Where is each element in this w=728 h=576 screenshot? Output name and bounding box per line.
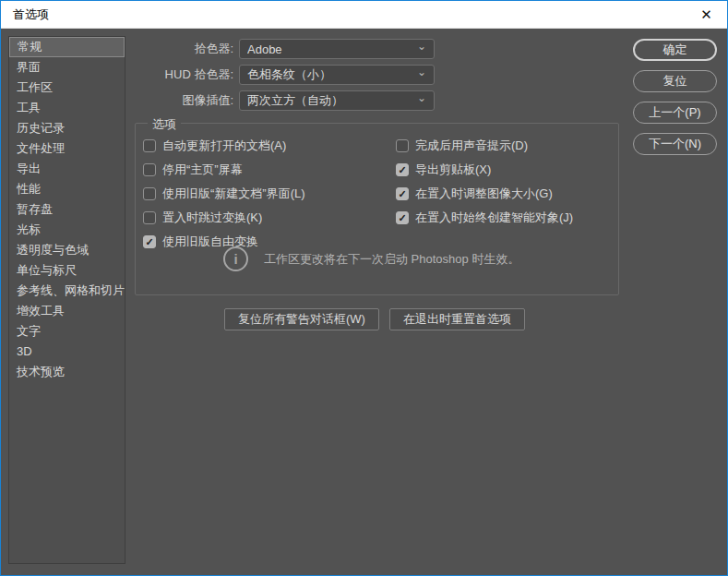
checkbox[interactable]: ✓ (143, 235, 156, 248)
checkbox[interactable]: ✓ (396, 163, 409, 176)
options-col-right: 完成后用声音提示(D)✓导出剪贴板(X)✓在置入时调整图像大小(G)✓在置入时始… (396, 137, 573, 233)
options-group: 选项 自动更新打开的文档(A)停用“主页”屏幕使用旧版“新建文档”界面(L)置入… (135, 123, 619, 295)
info-icon: i (223, 246, 248, 271)
close-icon[interactable]: ✕ (686, 1, 727, 29)
color-picker-value: Adobe (247, 42, 417, 56)
image-interpolation-row: 图像插值: 两次立方（自动） ⌄ (139, 90, 435, 111)
color-picker-row: 拾色器: Adobe ⌄ (139, 39, 435, 59)
checkbox-label: 在置入时始终创建智能对象(J) (415, 210, 573, 226)
color-picker-select[interactable]: Adobe ⌄ (239, 39, 435, 59)
sidebar-list: 常规界面工作区工具历史记录文件处理导出性能暂存盘光标透明度与色域单位与标尺参考线… (8, 36, 125, 564)
checkbox[interactable] (143, 139, 156, 152)
checkbox[interactable]: ✓ (396, 187, 409, 200)
hud-color-picker-select[interactable]: 色相条纹（小） ⌄ (239, 65, 435, 85)
sidebar-item[interactable]: 文字 (9, 321, 125, 342)
sidebar-item[interactable]: 增效工具 (9, 301, 125, 321)
hud-color-picker-value: 色相条纹（小） (247, 66, 417, 83)
action-button[interactable]: 下一个(N) (633, 133, 717, 155)
sidebar-item[interactable]: 技术预览 (9, 362, 125, 382)
sidebar-item[interactable]: 单位与标尺 (9, 260, 125, 281)
checkbox-row[interactable]: 自动更新打开的文档(A) (143, 137, 305, 154)
checkbox[interactable] (143, 187, 156, 200)
color-picker-label: 拾色器: (139, 41, 233, 57)
hud-color-picker-row: HUD 拾色器: 色相条纹（小） ⌄ (139, 65, 435, 85)
checkbox-row[interactable]: 完成后用声音提示(D) (396, 137, 573, 154)
checkbox-row[interactable]: 停用“主页”屏幕 (143, 161, 305, 178)
sidebar-item[interactable]: 光标 (9, 220, 125, 240)
checkbox[interactable] (396, 139, 409, 152)
image-interpolation-select[interactable]: 两次立方（自动） ⌄ (239, 90, 435, 111)
options-legend: 选项 (148, 116, 181, 133)
options-col-left: 自动更新打开的文档(A)停用“主页”屏幕使用旧版“新建文档”界面(L)置入时跳过… (143, 137, 305, 257)
checkbox-row[interactable]: 置入时跳过变换(K) (143, 209, 305, 226)
sidebar-item[interactable]: 历史记录 (9, 118, 125, 138)
checkbox-label: 在置入时调整图像大小(G) (415, 186, 553, 202)
action-button[interactable]: 复位 (633, 70, 717, 92)
action-buttons: 确定复位上一个(P)下一个(N) (633, 39, 717, 164)
chevron-down-icon: ⌄ (417, 67, 426, 77)
sidebar-item[interactable]: 3D (9, 342, 125, 362)
sidebar-item[interactable]: 文件处理 (9, 138, 125, 159)
footer-button[interactable]: 复位所有警告对话框(W) (224, 308, 379, 330)
sidebar-item[interactable]: 界面 (9, 57, 125, 78)
checkbox-label: 自动更新打开的文档(A) (162, 138, 286, 154)
info-row: i 工作区更改将在下一次启动 Photoshop 时生效。 (223, 246, 519, 271)
checkbox-row[interactable]: ✓在置入时调整图像大小(G) (396, 185, 573, 202)
checkbox-row[interactable]: ✓在置入时始终创建智能对象(J) (396, 209, 573, 226)
checkbox-row[interactable]: 使用旧版“新建文档”界面(L) (143, 185, 305, 202)
chevron-down-icon: ⌄ (417, 42, 426, 51)
sidebar-item[interactable]: 暂存盘 (9, 199, 125, 220)
checkbox[interactable] (143, 163, 156, 176)
sidebar-item[interactable]: 常规 (9, 37, 125, 57)
checkbox-label: 使用旧版“新建文档”界面(L) (162, 186, 305, 202)
sidebar-item[interactable]: 工作区 (9, 78, 125, 98)
image-interpolation-label: 图像插值: (139, 92, 233, 109)
checkbox-label: 完成后用声音提示(D) (415, 138, 528, 154)
checkbox-label: 置入时跳过变换(K) (162, 210, 262, 226)
titlebar: 首选项 ✕ (1, 1, 727, 29)
footer-buttons: 复位所有警告对话框(W)在退出时重置首选项 (224, 308, 525, 330)
sidebar-item[interactable]: 导出 (9, 159, 125, 179)
sidebar-item[interactable]: 透明度与色域 (9, 240, 125, 260)
sidebar-item[interactable]: 工具 (9, 98, 125, 118)
action-button[interactable]: 确定 (633, 39, 717, 61)
info-text: 工作区更改将在下一次启动 Photoshop 时生效。 (264, 251, 519, 268)
dialog-title: 首选项 (1, 6, 686, 23)
sidebar-item[interactable]: 性能 (9, 179, 125, 199)
footer-button[interactable]: 在退出时重置首选项 (389, 308, 525, 330)
action-button[interactable]: 上一个(P) (633, 102, 717, 124)
checkbox[interactable] (143, 211, 156, 224)
checkbox-label: 停用“主页”屏幕 (162, 162, 243, 178)
checkbox-label: 导出剪贴板(X) (415, 162, 491, 178)
preferences-dialog: 首选项 ✕ 常规界面工作区工具历史记录文件处理导出性能暂存盘光标透明度与色域单位… (0, 0, 728, 576)
sidebar-item[interactable]: 参考线、网格和切片 (9, 281, 125, 301)
image-interpolation-value: 两次立方（自动） (247, 92, 417, 109)
checkbox-row[interactable]: ✓导出剪贴板(X) (396, 161, 573, 178)
chevron-down-icon: ⌄ (417, 93, 426, 102)
checkbox[interactable]: ✓ (396, 211, 409, 224)
hud-color-picker-label: HUD 拾色器: (139, 66, 233, 83)
dialog-body: 常规界面工作区工具历史记录文件处理导出性能暂存盘光标透明度与色域单位与标尺参考线… (1, 29, 727, 575)
